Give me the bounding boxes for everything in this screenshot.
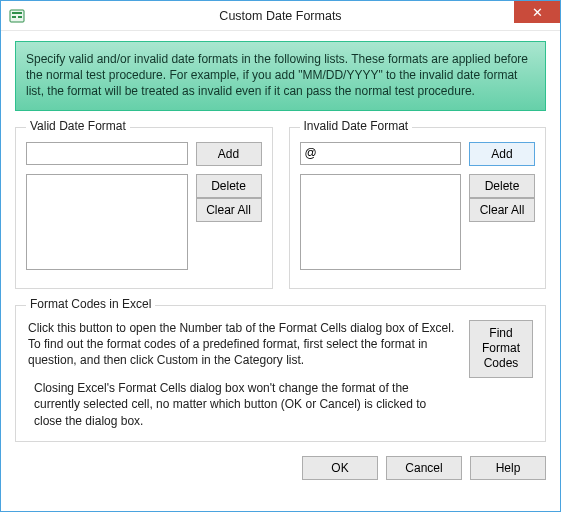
window-title: Custom Date Formats — [1, 9, 560, 23]
format-codes-group: Format Codes in Excel Click this button … — [15, 305, 546, 442]
invalid-format-group: Invalid Date Format Add Delete Clear All — [289, 127, 547, 289]
app-icon — [9, 8, 25, 24]
format-codes-text: Click this button to open the Number tab… — [28, 320, 455, 429]
ok-button[interactable]: OK — [302, 456, 378, 480]
dialog-content: Specify valid and/or invalid date format… — [1, 31, 560, 492]
valid-format-input[interactable] — [26, 142, 188, 165]
valid-format-list[interactable] — [26, 174, 188, 270]
valid-group-title: Valid Date Format — [26, 119, 130, 133]
invalid-clearall-button[interactable]: Clear All — [469, 198, 535, 222]
invalid-delete-button[interactable]: Delete — [469, 174, 535, 198]
close-icon: ✕ — [532, 6, 543, 19]
dialog-footer: OK Cancel Help — [15, 456, 546, 480]
cancel-button[interactable]: Cancel — [386, 456, 462, 480]
invalid-side-buttons: Delete Clear All — [469, 174, 535, 222]
svg-rect-1 — [12, 12, 22, 14]
invalid-group-title: Invalid Date Format — [300, 119, 413, 133]
valid-format-group: Valid Date Format Add Delete Clear All — [15, 127, 273, 289]
format-codes-p2: Closing Excel's Format Cells dialog box … — [28, 380, 455, 429]
format-groups-row: Valid Date Format Add Delete Clear All I… — [15, 127, 546, 289]
svg-rect-3 — [18, 16, 22, 18]
valid-delete-button[interactable]: Delete — [196, 174, 262, 198]
format-codes-p1: Click this button to open the Number tab… — [28, 320, 455, 369]
invalid-format-list[interactable] — [300, 174, 462, 270]
instruction-banner: Specify valid and/or invalid date format… — [15, 41, 546, 111]
svg-rect-2 — [12, 16, 16, 18]
valid-add-button[interactable]: Add — [196, 142, 262, 166]
invalid-format-input[interactable] — [300, 142, 462, 165]
valid-clearall-button[interactable]: Clear All — [196, 198, 262, 222]
close-button[interactable]: ✕ — [514, 1, 560, 23]
help-button[interactable]: Help — [470, 456, 546, 480]
title-bar: Custom Date Formats ✕ — [1, 1, 560, 31]
format-codes-title: Format Codes in Excel — [26, 297, 155, 311]
invalid-add-button[interactable]: Add — [469, 142, 535, 166]
find-format-codes-button[interactable]: Find Format Codes — [469, 320, 533, 378]
valid-side-buttons: Delete Clear All — [196, 174, 262, 222]
